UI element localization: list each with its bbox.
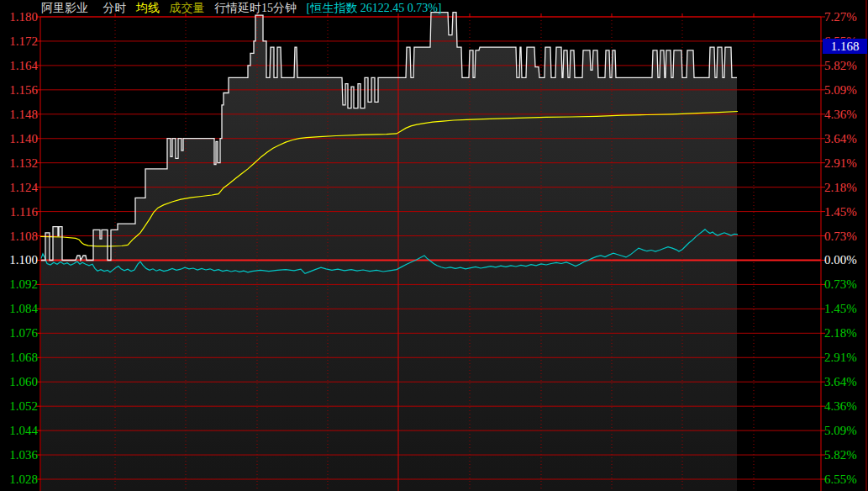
intraday-chart-canvas[interactable]: [0, 0, 868, 491]
toggle-volume[interactable]: 成交量: [170, 1, 205, 16]
price-area-fill: [41, 13, 737, 491]
price-tick-label: 1.180: [0, 9, 38, 24]
percent-tick-label: 3.64%: [824, 131, 857, 146]
index-ticker[interactable]: [恒生指数 26122.45 0.73%]: [307, 1, 442, 16]
price-tick-label: 1.108: [0, 229, 38, 244]
percent-tick-label: 2.91%: [824, 156, 857, 171]
price-tick-label: 1.156: [0, 82, 38, 98]
percent-tick-label: 4.36%: [824, 107, 857, 122]
price-tick-label: 1.068: [0, 350, 38, 365]
percent-tick-label: 1.45%: [824, 204, 857, 219]
quote-header: 阿里影业 分时 均线 成交量 行情延时15分钟 [恒生指数 26122.45 0…: [41, 1, 442, 15]
price-tick-label: 1.060: [0, 374, 38, 389]
percent-tick-label: 0.00%: [824, 252, 857, 267]
price-tick-label: 1.044: [0, 423, 38, 438]
price-tick-label: 1.028: [0, 472, 38, 487]
percent-tick-label: 5.82%: [824, 58, 857, 73]
percent-tick-label: 2.18%: [824, 180, 857, 195]
percent-tick-label: 6.55%: [824, 472, 857, 487]
percent-tick-label: 5.09%: [824, 82, 857, 98]
price-tick-label: 1.084: [0, 301, 38, 316]
price-tick-label: 1.164: [0, 58, 38, 73]
percent-tick-label: 3.64%: [824, 374, 857, 389]
price-tick-label: 1.172: [0, 34, 38, 49]
price-tick-label: 1.076: [0, 325, 38, 341]
price-tick-label: 1.148: [0, 107, 38, 122]
percent-tick-label: 1.45%: [824, 301, 857, 316]
tab-minute-chart[interactable]: 分时: [103, 1, 127, 16]
quote-app-window: 阿里影业 分时 均线 成交量 行情延时15分钟 [恒生指数 26122.45 0…: [0, 0, 868, 491]
last-price-marker: 1.168: [823, 39, 867, 54]
price-tick-label: 1.052: [0, 399, 38, 414]
price-tick-label: 1.100: [0, 252, 38, 267]
percent-tick-label: 2.18%: [824, 325, 857, 341]
toggle-ma-line[interactable]: 均线: [136, 1, 160, 16]
percent-tick-label: 0.73%: [824, 277, 857, 292]
price-tick-label: 1.036: [0, 447, 38, 462]
price-tick-label: 1.116: [0, 204, 38, 219]
percent-tick-label: 7.27%: [824, 9, 857, 24]
percent-tick-label: 2.91%: [824, 350, 857, 365]
price-tick-label: 1.092: [0, 277, 38, 292]
percent-tick-label: 4.36%: [824, 399, 857, 414]
delay-notice: 行情延时15分钟: [214, 1, 297, 16]
percent-tick-label: 5.82%: [824, 447, 857, 462]
price-tick-label: 1.124: [0, 180, 38, 195]
price-tick-label: 1.140: [0, 131, 38, 146]
percent-tick-label: 0.73%: [824, 229, 857, 244]
stock-name: 阿里影业: [41, 1, 88, 16]
price-tick-label: 1.132: [0, 156, 38, 171]
percent-tick-label: 5.09%: [824, 423, 857, 438]
